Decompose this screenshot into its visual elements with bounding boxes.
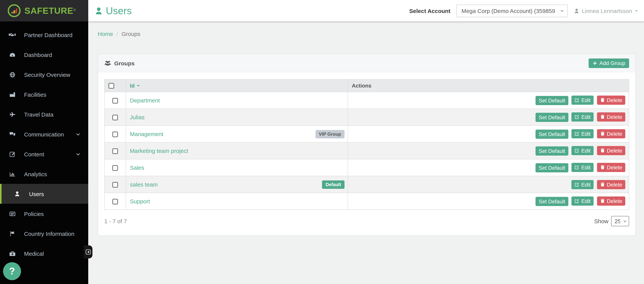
edit-label: Edit	[581, 148, 590, 154]
table-row: Marketing team project Set Default Edit …	[104, 142, 629, 159]
chevron-down-icon	[76, 152, 80, 157]
plane-icon	[8, 111, 16, 118]
edit-button[interactable]: Edit	[572, 163, 594, 172]
edit-icon	[574, 165, 580, 170]
sidebar-item-label: Medical	[24, 250, 44, 257]
sidebar-item-label: Security Overview	[24, 71, 70, 78]
table-header-row: Id Actions	[104, 79, 629, 92]
policies-list-icon	[8, 210, 16, 217]
delete-button[interactable]: Delete	[597, 163, 625, 172]
row-checkbox[interactable]	[112, 182, 118, 188]
edit-icon	[574, 182, 580, 187]
edit-button[interactable]: Edit	[572, 196, 594, 206]
edit-button[interactable]: Edit	[572, 112, 594, 122]
sidebar-item-policies[interactable]: Policies	[0, 204, 88, 224]
show-label: Show	[594, 218, 608, 224]
page-size-select[interactable]: 25	[611, 216, 629, 226]
row-checkbox[interactable]	[112, 165, 118, 171]
row-actions-cell: Set Default Edit Delete	[348, 142, 629, 159]
content: Home / Groups Groups	[88, 22, 644, 284]
sidebar-item-partner-dashboard[interactable]: Partner Dashboard	[0, 25, 88, 45]
account-select-wrap: Mega Corp (Demo Account) (3598591)	[456, 5, 568, 17]
row-actions-cell: Set Default Edit Delete	[348, 92, 629, 109]
edit-button[interactable]: Edit	[572, 180, 594, 189]
sidebar-item-country-information[interactable]: Country Information	[0, 224, 88, 243]
sidebar-item-label: Communication	[24, 131, 64, 137]
sidebar-item-facilities[interactable]: Facilities	[0, 85, 88, 104]
set-default-button[interactable]: Set Default	[536, 130, 568, 139]
comments-icon	[8, 131, 16, 137]
group-icon	[104, 60, 111, 67]
sidebar-item-medical[interactable]: Medical	[0, 243, 88, 263]
group-link[interactable]: Julias	[130, 114, 144, 120]
sidebar-item-label: Dashboard	[24, 51, 52, 58]
set-default-button[interactable]: Set Default	[536, 113, 568, 122]
sidebar-item-content[interactable]: Content	[0, 144, 88, 164]
delete-button[interactable]: Delete	[597, 146, 625, 155]
set-default-button[interactable]: Set Default	[536, 163, 568, 173]
row-checkbox[interactable]	[112, 148, 118, 154]
row-id-cell: sales team Default	[126, 176, 348, 193]
delete-button[interactable]: Delete	[597, 129, 625, 138]
delete-button[interactable]: Delete	[597, 96, 625, 105]
row-id-cell: Department	[126, 92, 348, 109]
row-checkbox[interactable]	[112, 131, 118, 137]
set-default-button[interactable]: Set Default	[536, 147, 568, 156]
table-row: sales team Default Edit Delete	[104, 176, 629, 193]
group-link[interactable]: Marketing team project	[130, 148, 188, 154]
sidebar-item-label: Content	[24, 151, 44, 157]
select-all-checkbox[interactable]	[108, 83, 114, 89]
edit-button[interactable]: Edit	[572, 129, 594, 138]
sidebar-item-security-overview[interactable]: Security Overview	[0, 65, 88, 85]
group-link[interactable]: Support	[130, 198, 150, 204]
table-footer: 1 - 7 of 7 Show 25	[104, 210, 629, 235]
row-checkbox[interactable]	[112, 115, 118, 120]
sidebar-item-travel-data[interactable]: Travel Data	[0, 104, 88, 124]
account-select[interactable]: Mega Corp (Demo Account) (3598591)	[456, 5, 568, 17]
group-link[interactable]: sales team	[130, 181, 158, 188]
groups-panel-header: Groups Add Group	[98, 54, 635, 72]
brand-name: SAFETURE	[24, 6, 73, 16]
safeture-logo-icon	[7, 4, 22, 18]
row-checkbox[interactable]	[112, 199, 118, 204]
breadcrumb-home-link[interactable]: Home	[98, 31, 113, 37]
set-default-button[interactable]: Set Default	[536, 96, 568, 105]
add-group-button[interactable]: Add Group	[589, 58, 629, 68]
brand-logo[interactable]: SAFETURE ®	[0, 0, 88, 22]
edit-button[interactable]: Edit	[572, 146, 594, 155]
delete-button[interactable]: Delete	[597, 112, 625, 122]
sidebar-item-communication[interactable]: Communication	[0, 124, 88, 144]
sidebar-item-label: Country Information	[24, 230, 74, 237]
sidebar-collapse-toggle[interactable]	[84, 245, 92, 258]
delete-button[interactable]: Delete	[597, 196, 625, 206]
row-checkbox[interactable]	[112, 98, 118, 104]
page-title: Users	[94, 5, 132, 17]
sidebar-item-users[interactable]: Users	[0, 184, 88, 204]
group-link[interactable]: Sales	[130, 164, 144, 171]
help-button[interactable]: ?	[3, 262, 21, 280]
column-header-id-label: Id	[130, 83, 135, 89]
column-header-actions-label: Actions	[352, 83, 372, 89]
sidebar-item-label: Users	[29, 191, 44, 197]
sidebar: SAFETURE ® Partner Dashboard Dashboard	[0, 0, 88, 284]
row-check-cell	[104, 176, 126, 193]
column-header-id[interactable]: Id	[126, 79, 348, 92]
collapse-left-icon	[85, 249, 91, 254]
set-default-button[interactable]: Set Default	[536, 197, 568, 206]
plus-icon	[593, 61, 598, 66]
pencil-square-icon	[8, 151, 16, 157]
group-link[interactable]: Department	[130, 97, 160, 104]
delete-button[interactable]: Delete	[597, 180, 625, 189]
row-actions-cell: Set Default Edit Delete	[348, 193, 629, 210]
groups-table: Id Actions	[104, 79, 629, 210]
sidebar-item-dashboard[interactable]: Dashboard	[0, 45, 88, 65]
dashboard-icon	[8, 51, 16, 58]
registered-mark: ®	[73, 8, 76, 12]
group-link[interactable]: Management	[130, 131, 163, 137]
sort-caret-down-icon	[136, 83, 141, 88]
edit-button[interactable]: Edit	[572, 96, 594, 105]
edit-icon	[574, 199, 580, 203]
user-menu[interactable]: Linnea Lennartsson	[574, 8, 639, 14]
delete-label: Delete	[607, 97, 622, 103]
sidebar-item-analytics[interactable]: Analytics	[0, 164, 88, 184]
